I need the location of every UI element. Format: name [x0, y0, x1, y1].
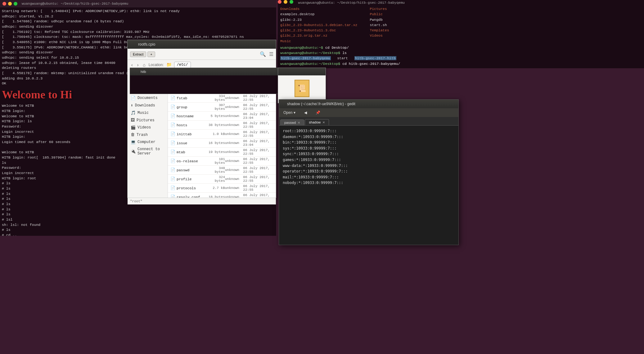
- videos-icon: [131, 125, 136, 130]
- tab-shadow[interactable]: shadow ✕: [305, 119, 329, 125]
- sidebar-item-downloads[interactable]: Downloads: [128, 102, 168, 109]
- connect-icon: [131, 149, 136, 154]
- min-btn-r[interactable]: [284, 0, 287, 4]
- tr-startsh: start.sh: [370, 22, 389, 28]
- shadow-line-7: www-data:*:10933:0:99999:7:::: [283, 163, 455, 169]
- forward-button[interactable]: ›: [136, 62, 140, 68]
- shadow-line-3: bin:*:10933:0:99999:7:::: [283, 140, 455, 146]
- gedit-title-text: shadow (~/.cache/.fr-ue9WKB/etc) - gedit: [287, 102, 355, 106]
- search-icon[interactable]: 🔍: [260, 51, 266, 57]
- max-btn[interactable]: [14, 2, 17, 6]
- cmd-8: # lsl: [2, 217, 274, 222]
- tr-prompt3: wuangwuang@ubuntu:~/Desktop$: [280, 62, 340, 66]
- sidebar-item-computer[interactable]: Computer: [128, 138, 168, 146]
- file-row-profile[interactable]: profile 324 bytes unknown 06 July 2017, …: [168, 175, 276, 184]
- file-row-inittab[interactable]: inittab 1.0 kB unknown 06 July 2017, 22:…: [168, 130, 276, 139]
- gedit-titlebar: shadow (~/.cache/.fr-ue9WKB/etc) - gedit: [279, 100, 458, 108]
- file-row-resolvconf[interactable]: resolv.conf 18 bytes unknown 06 July 201…: [168, 193, 276, 198]
- min-btn[interactable]: [8, 2, 12, 6]
- shadow-line-6: games:*:10933:0:99999:7:::: [283, 157, 455, 163]
- shadow-line-5: sync:*:10933:0:99999:7:::: [283, 151, 455, 157]
- fm-status-bar: "root": [128, 198, 276, 204]
- music-icon: [131, 110, 136, 115]
- fm-status-text: "root": [130, 199, 142, 203]
- location-label: Location:: [149, 63, 164, 67]
- tab-shadow-close[interactable]: ✕: [322, 121, 325, 124]
- file-icon-hosts: [170, 123, 175, 128]
- tab-passwd[interactable]: passwd ✕: [280, 119, 304, 125]
- tab-passwd-label: passwd: [284, 121, 296, 124]
- file-row-hosts[interactable]: hosts 38 bytes unknown 06 July 2017, 22:…: [168, 121, 276, 130]
- menu-icon[interactable]: ☰: [269, 51, 273, 57]
- tr-hitb-dir2: hitb-gsec-2017-hitb: [354, 56, 396, 60]
- shadow-line-1: root::10933:0:99999:7:::: [283, 128, 455, 134]
- sidebar-item-connect[interactable]: Connect to Server: [128, 146, 168, 157]
- tr-prompt2: wuangwuang@ubuntu:~/Desktop$: [280, 51, 340, 55]
- file-row-passwd[interactable]: passwd 340 bytes unknown 06 July 2017, 2…: [168, 166, 276, 175]
- file-icon-osrelease: [170, 159, 175, 164]
- file-row-protocols[interactable]: protocols 2.7 kB unknown 06 July 2017, 2…: [168, 184, 276, 193]
- sidebar-item-documents[interactable]: Documents: [128, 94, 168, 102]
- sidebar-item-music[interactable]: Music: [128, 109, 168, 117]
- files-small-window: 📜 launch.sh: [278, 68, 326, 103]
- sidebar-item-trash[interactable]: Trash: [128, 131, 168, 138]
- tr-pics: Pictures: [370, 6, 389, 11]
- gedit-menu-open[interactable]: Open ▾: [281, 110, 297, 115]
- cmd-10: # ls: [2, 227, 274, 233]
- gedit-menu-save[interactable]: ◀: [302, 110, 309, 115]
- tr-dl: Downloads: [280, 6, 357, 11]
- terminal-right-title: wuangwuang@ubuntu: ~/Desktop/hitb-gsec-2…: [298, 1, 405, 5]
- file-row-osrelease[interactable]: os-release 101 bytes unknown 06 July 201…: [168, 157, 276, 166]
- tr-templates: Templates: [370, 28, 389, 33]
- file-row-hostname[interactable]: hostname 5 bytes unknown 06 July 2017, 2…: [168, 112, 276, 121]
- tr-cmd3: cd hitb-gsec-2017-babyqemu/: [342, 62, 400, 66]
- file-icon-fstab: [170, 96, 175, 101]
- file-icon-mtab: [170, 150, 175, 155]
- close-btn-r[interactable]: [278, 0, 281, 4]
- close-btn[interactable]: [2, 2, 6, 6]
- file-row-group[interactable]: group 307 bytes unknown 06 July 2017, 22…: [168, 103, 276, 112]
- boot-line-2: udhcpc: started, v1.26.2: [2, 14, 274, 19]
- fm-toolbar: Extract + 🔍 ☰: [128, 49, 276, 60]
- hitb-welcome-text: Welcome to Hi: [2, 88, 72, 101]
- sidebar-label-computer: Computer: [137, 140, 155, 144]
- sidebar-label-documents: Documents: [137, 96, 158, 100]
- tab-passwd-close[interactable]: ✕: [298, 121, 300, 124]
- terminal-right[interactable]: wuangwuang@ubuntu: ~/Desktop/hitb-gsec-2…: [278, 0, 644, 68]
- boot-line-3: [ 1.547086] random: udhcpc urandom read …: [2, 19, 274, 24]
- file-icon-hostname: [170, 114, 175, 119]
- file-icon-resolvconf: [170, 195, 175, 198]
- file-icon-profile: [170, 177, 175, 181]
- tr-glibc4: glibc_2.23.orig.tar.xz: [280, 33, 357, 38]
- home-nav-button[interactable]: ⌂: [142, 62, 146, 68]
- cmd-9: sh: lsl: not found: [2, 222, 274, 228]
- file-icon-inittab: [170, 132, 175, 137]
- tr-music: Music: [280, 38, 357, 44]
- file-row-fstab[interactable]: fstab 334 bytes unknown 06 July 2017, 22…: [168, 94, 276, 103]
- cmd-11: # cd ..: [2, 233, 274, 236]
- hitb-title-text: hitb: [141, 70, 146, 74]
- fm-title-text: rootfs.cpio: [138, 42, 155, 47]
- add-button[interactable]: +: [147, 52, 155, 57]
- tr-public: Public: [370, 11, 389, 17]
- max-btn-r[interactable]: [290, 0, 293, 4]
- sidebar-item-videos[interactable]: Videos: [128, 124, 168, 131]
- gedit-content[interactable]: root::10933:0:99999:7::: daemon:*:10933:…: [279, 126, 458, 245]
- computer-icon: [131, 140, 136, 145]
- tr-hitb-dir: hitb-gsec-2017-babyqemu: [280, 56, 331, 60]
- boot-line-4: udhcpc: sending discover: [2, 24, 274, 29]
- back-button[interactable]: ‹: [130, 62, 134, 68]
- tr-pwngdb: Pwngdb: [370, 17, 389, 22]
- boot-line-6: [ 1.756945] clocksource: tsc: mask: 0xff…: [2, 34, 274, 40]
- location-path[interactable]: /etc/: [174, 62, 191, 68]
- extract-button[interactable]: Extract: [130, 52, 146, 57]
- file-row-mtab[interactable]: mtab 19 bytes unknown 06 July 2017, 22:5…: [168, 148, 276, 157]
- shadow-line-2: daemon:*:10933:0:99999:7:::: [283, 134, 455, 140]
- file-row-issue[interactable]: issue 16 bytes unknown 06 July 2017, 23:…: [168, 139, 276, 148]
- gedit-menu-pin[interactable]: 📌: [314, 110, 322, 115]
- sidebar-item-pictures[interactable]: Pictures: [128, 117, 168, 124]
- boot-line-5: [ 1.756192] tsc: Refined TSC clocksource…: [2, 29, 274, 35]
- sidebar-label-pictures: Pictures: [137, 118, 155, 123]
- shadow-line-9: mail:*:10933:0:99999:7:::: [283, 174, 455, 180]
- trash-icon: [131, 132, 135, 137]
